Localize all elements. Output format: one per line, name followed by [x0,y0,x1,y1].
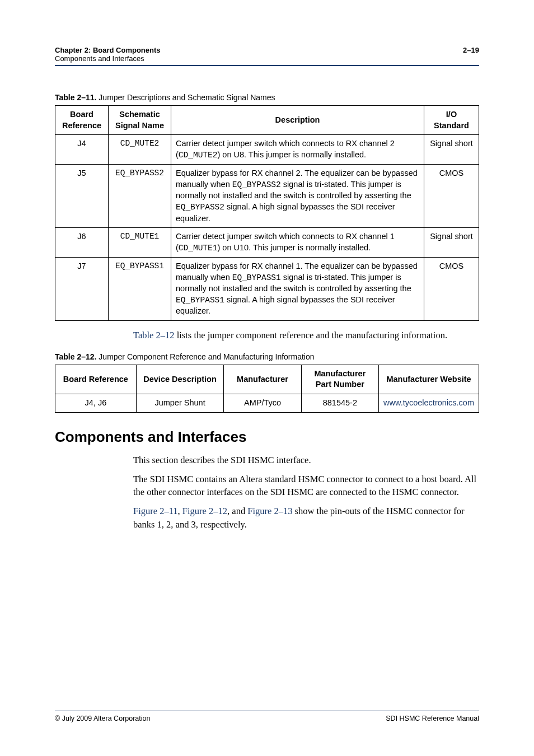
cell-io: CMOS [424,165,479,228]
th-mfr-site: Manufacturer Website [379,365,479,394]
cell-ref: J5 [55,165,109,228]
paragraph: The SDI HSMC contains an Altera standard… [133,473,479,500]
table-caption-2-11: Table 2–11. Jumper Descriptions and Sche… [55,93,479,102]
table-header-row: Board Reference Device Description Manuf… [55,365,479,394]
page-header: Chapter 2: Board Components Components a… [55,46,479,63]
body-paragraph: Table 2–12 lists the jumper component re… [133,329,479,342]
paragraph-text: lists the jumper component reference and… [175,330,448,340]
page-footer: © July 2009 Altera Corporation SDI HSMC … [55,711,479,722]
th-device-desc: Device Description [136,365,224,394]
cell-desc: Equalizer bypass for RX channel 2. The e… [171,165,424,228]
section-subtitle: Components and Interfaces [55,54,144,63]
th-mfr-part: Manufacturer Part Number [301,365,378,394]
mfr-website-link[interactable]: www.tycoelectronics.com [383,398,474,407]
table-2-12: Board Reference Device Description Manuf… [55,365,479,413]
cell-url: www.tycoelectronics.com [379,394,479,413]
cell-signal: EQ_BYPASS2 [109,165,171,228]
paragraph: This section describes the SDI HSMC inte… [133,454,479,467]
paragraph: Figure 2–11, Figure 2–12, and Figure 2–1… [133,505,479,531]
chapter-title: Chapter 2: Board Components [55,46,161,54]
table-row: J5 EQ_BYPASS2 Equalizer bypass for RX ch… [55,165,479,228]
section-heading: Components and Interfaces [55,428,479,446]
cell-desc: Carrier detect jumper switch which conne… [171,228,424,258]
th-signal: Schematic Signal Name [109,106,171,135]
header-left: Chapter 2: Board Components Components a… [55,46,161,63]
cell-signal: CD_MUTE2 [109,135,171,165]
page-number: 2–19 [463,46,479,54]
table-number: Table 2–12. [55,352,96,361]
table-header-row: Board Reference Schematic Signal Name De… [55,106,479,135]
table-number: Table 2–11. [55,93,96,102]
section-body: This section describes the SDI HSMC inte… [133,454,479,532]
cell-signal: EQ_BYPASS1 [109,258,171,321]
th-board-ref: Board Reference [55,106,109,135]
xref-figure-2-13[interactable]: Figure 2–13 [247,506,292,516]
table-row: J7 EQ_BYPASS1 Equalizer bypass for RX ch… [55,258,479,321]
cell-desc: Carrier detect jumper switch which conne… [171,135,424,165]
cell-part: 881545-2 [301,394,378,413]
cell-ref: J4, J6 [55,394,137,413]
footer-left: © July 2009 Altera Corporation [55,715,150,722]
table-title: Jumper Component Reference and Manufactu… [99,352,314,361]
xref-table-2-12[interactable]: Table 2–12 [133,330,175,340]
th-desc: Description [171,106,424,135]
cell-ref: J4 [55,135,109,165]
header-rule [55,65,479,66]
xref-figure-2-11[interactable]: Figure 2–11 [133,506,178,516]
cell-io: Signal short [424,228,479,258]
cell-desc: Equalizer bypass for RX channel 1. The e… [171,258,424,321]
th-mfr: Manufacturer [224,365,301,394]
table-caption-2-12: Table 2–12. Jumper Component Reference a… [55,352,479,361]
table-row: J4, J6 Jumper Shunt AMP/Tyco 881545-2 ww… [55,394,479,413]
table-title: Jumper Descriptions and Schematic Signal… [99,93,275,102]
cell-ref: J7 [55,258,109,321]
cell-signal: CD_MUTE1 [109,228,171,258]
xref-figure-2-12[interactable]: Figure 2–12 [182,506,227,516]
footer-right: SDI HSMC Reference Manual [386,715,479,722]
table-row: J6 CD_MUTE1 Carrier detect jumper switch… [55,228,479,258]
cell-mfr: AMP/Tyco [224,394,301,413]
cell-io: CMOS [424,258,479,321]
cell-ref: J6 [55,228,109,258]
cell-io: Signal short [424,135,479,165]
table-2-11: Board Reference Schematic Signal Name De… [55,105,479,321]
table-row: J4 CD_MUTE2 Carrier detect jumper switch… [55,135,479,165]
th-io: I/O Standard [424,106,479,135]
cell-desc: Jumper Shunt [136,394,224,413]
th-board-ref: Board Reference [55,365,137,394]
